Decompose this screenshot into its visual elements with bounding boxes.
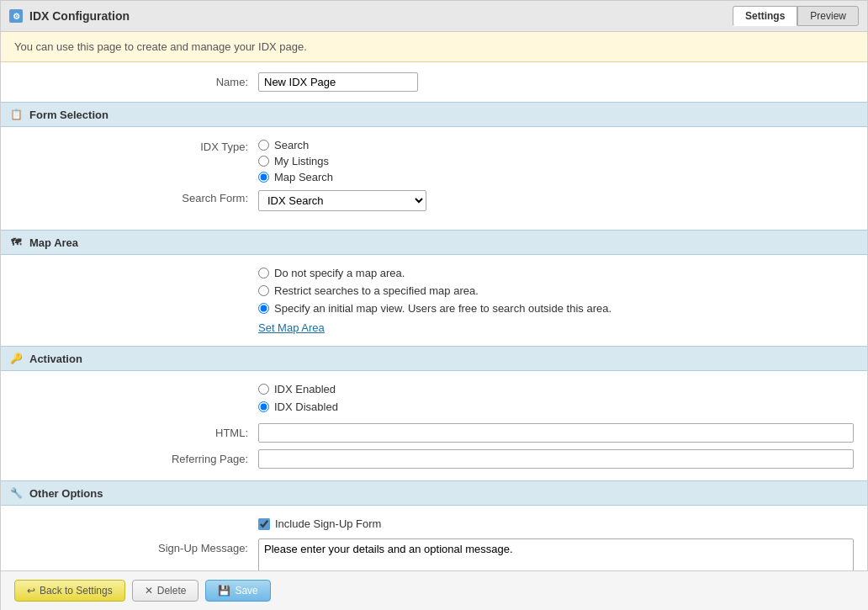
back-btn-label: Back to Settings (40, 585, 113, 597)
include-signup-checkbox[interactable] (258, 518, 270, 530)
signup-msg-label: Sign-Up Message: (14, 538, 258, 554)
radio-initial-map-input[interactable] (258, 303, 269, 314)
tab-bar: Settings Preview (733, 6, 859, 26)
activation-options: IDX Enabled IDX Disabled (258, 383, 854, 413)
radio-idx-disabled-input[interactable] (258, 401, 269, 412)
radio-search-label: Search (274, 139, 309, 151)
search-form-label: Search Form: (14, 190, 258, 204)
radio-my-listings[interactable]: My Listings (258, 155, 854, 167)
delete-icon: ✕ (145, 585, 153, 597)
search-form-content: IDX Search Standard Search Advanced Sear… (258, 190, 854, 211)
radio-idx-disabled-label: IDX Disabled (274, 400, 338, 413)
activation-header: 🔑 Activation (1, 346, 867, 371)
back-icon: ↩ (27, 585, 35, 597)
tab-settings[interactable]: Settings (733, 6, 797, 26)
activation-body: IDX Enabled IDX Disabled HTML: Referring… (1, 371, 867, 480)
map-area-options: Do not specify a map area. Restrict sear… (258, 267, 854, 315)
radio-search-input[interactable] (258, 140, 269, 151)
form-selection-title: Form Selection (29, 109, 108, 121)
radio-no-map[interactable]: Do not specify a map area. (258, 267, 854, 279)
radio-no-map-input[interactable] (258, 268, 269, 278)
save-icon: 💾 (218, 585, 230, 597)
radio-my-listings-label: My Listings (274, 155, 329, 167)
title-bar-left: ⚙ IDX Configuration (9, 9, 130, 23)
radio-idx-enabled-input[interactable] (258, 384, 269, 395)
radio-restrict-map[interactable]: Restrict searches to a specified map are… (258, 284, 854, 297)
activation-icon: 🔑 (9, 352, 23, 365)
referring-label: Referring Page: (14, 453, 258, 465)
save-button[interactable]: 💾 Save (205, 580, 270, 602)
form-selection-body: IDX Type: Search My Listings Map Search … (1, 127, 867, 230)
html-label: HTML: (14, 427, 258, 439)
idx-type-label: IDX Type: (14, 139, 258, 153)
map-area-header: 🗺 Map Area (1, 230, 867, 255)
radio-restrict-map-label: Restrict searches to a specified map are… (274, 284, 479, 297)
window-icon: ⚙ (9, 9, 23, 23)
idx-type-options: Search My Listings Map Search (258, 139, 854, 183)
radio-idx-disabled[interactable]: IDX Disabled (258, 400, 854, 413)
search-form-select[interactable]: IDX Search Standard Search Advanced Sear… (258, 190, 426, 211)
name-label: Name: (14, 76, 258, 88)
radio-no-map-label: Do not specify a map area. (274, 267, 405, 279)
html-row: HTML: (14, 423, 854, 443)
title-bar: ⚙ IDX Configuration Settings Preview (1, 1, 867, 32)
radio-idx-enabled-label: IDX Enabled (274, 383, 336, 395)
map-area-title: Map Area (29, 236, 78, 249)
radio-map-search[interactable]: Map Search (258, 171, 854, 183)
other-options-header: 🔧 Other Options (1, 480, 867, 506)
referring-page-input[interactable] (258, 449, 854, 469)
search-form-row: Search Form: IDX Search Standard Search … (14, 190, 854, 211)
activation-title: Activation (29, 353, 82, 365)
map-area-icon: 🗺 (9, 236, 23, 249)
radio-idx-enabled[interactable]: IDX Enabled (258, 383, 854, 395)
other-options-title: Other Options (29, 487, 103, 500)
delete-button[interactable]: ✕ Delete (132, 580, 199, 602)
form-selection-header: 📋 Form Selection (1, 102, 867, 127)
radio-my-listings-input[interactable] (258, 156, 269, 167)
window-title: IDX Configuration (29, 9, 130, 23)
back-to-settings-button[interactable]: ↩ Back to Settings (14, 580, 125, 602)
referring-row: Referring Page: (14, 449, 854, 469)
info-bar: You can use this page to create and mana… (1, 32, 867, 62)
delete-btn-label: Delete (157, 585, 187, 597)
radio-map-search-input[interactable] (258, 172, 269, 183)
radio-restrict-map-input[interactable] (258, 285, 269, 296)
name-row: Name: (1, 62, 867, 102)
map-area-body: Do not specify a map area. Restrict sear… (1, 255, 867, 346)
include-signup-label: Include Sign-Up Form (275, 517, 381, 530)
radio-initial-map[interactable]: Specify an initial map view. Users are f… (258, 302, 854, 315)
form-selection-icon: 📋 (9, 108, 23, 121)
idx-type-row: IDX Type: Search My Listings Map Search (14, 139, 854, 183)
info-text: You can use this page to create and mana… (14, 40, 307, 53)
radio-initial-map-label: Specify an initial map view. Users are f… (274, 302, 611, 315)
radio-map-search-label: Map Search (274, 171, 333, 183)
include-signup-row[interactable]: Include Sign-Up Form (258, 517, 854, 530)
save-btn-label: Save (235, 585, 257, 597)
tab-preview[interactable]: Preview (797, 6, 859, 26)
footer-bar: ↩ Back to Settings ✕ Delete 💾 Save (1, 570, 868, 610)
other-options-icon: 🔧 (9, 486, 23, 500)
set-map-area-link[interactable]: Set Map Area (258, 321, 854, 334)
html-input[interactable] (258, 423, 854, 443)
main-window: ⚙ IDX Configuration Settings Preview You… (0, 0, 868, 610)
radio-search[interactable]: Search (258, 139, 854, 151)
name-input[interactable] (258, 72, 418, 92)
